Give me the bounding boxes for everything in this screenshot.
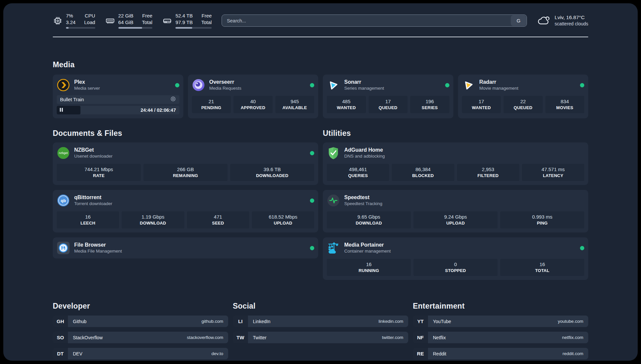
stat-box: 17 WANTED <box>462 96 501 113</box>
disk-widget: 52.4 TB 97.9 TB Free Total <box>162 13 212 29</box>
bookmark-name: DEV <box>73 351 82 356</box>
stat-label: UPLOAD <box>415 221 496 226</box>
app-card-speedtest[interactable]: Speedtest Speedtest Tracking 9.65 Gbps D… <box>323 190 588 232</box>
stat-box: 744.21 Mbps RATE <box>57 164 141 181</box>
bookmark-abbr-badge: SO <box>53 332 68 343</box>
stat-value: 485 <box>328 99 365 104</box>
memory-progress-fill <box>118 27 142 29</box>
stat-label: APPROVED <box>235 105 271 110</box>
app-description: Media Requests <box>209 86 242 91</box>
stats-row: 485 WANTED 17 QUEUED 196 SERIES <box>327 96 449 113</box>
stat-box: 39.6 TB DOWNLOADED <box>230 164 314 181</box>
stat-value: 9.24 Gbps <box>415 214 496 220</box>
bookmark-url: dev.to <box>211 351 223 356</box>
app-card-radarr[interactable]: Radarr Movie management 17 WANTED 22 QUE… <box>458 75 589 118</box>
stats-row: 21 PENDING 40 APPROVED 945 AVAILABLE <box>192 96 315 113</box>
bookmark-name: Reddit <box>433 351 446 356</box>
app-description: Series management <box>344 86 384 91</box>
cpu-load-value: 3.24 <box>66 19 76 26</box>
stat-value: 16 <box>328 261 410 267</box>
bookmark-list: YT YouTube youtube.com NF Netflix netfli… <box>413 316 588 359</box>
filebrowser-icon <box>57 241 70 255</box>
bookmark-link[interactable]: RE Reddit reddit.com <box>413 348 588 359</box>
app-name: Media Portainer <box>344 242 391 248</box>
app-card-plex[interactable]: Plex Media server Bullet Train <box>53 75 183 118</box>
stat-value: 16 <box>58 214 118 220</box>
app-name: AdGuard Home <box>344 147 385 153</box>
bookmark-link[interactable]: DT DEV dev.to <box>53 348 228 359</box>
bookmark-name: Twitter <box>253 335 266 340</box>
bookmark-abbr-badge: YT <box>413 316 428 327</box>
stat-label: QUEUED <box>505 105 541 110</box>
stat-box: 16 TOTAL <box>500 259 584 276</box>
stat-value: 17 <box>463 99 500 104</box>
stat-label: UPLOAD <box>253 221 313 226</box>
bookmark-body: Twitter twitter.com <box>248 332 408 343</box>
cloud-icon <box>537 13 551 28</box>
stat-value: 498,461 <box>328 167 388 172</box>
bookmark-link[interactable]: YT YouTube youtube.com <box>413 316 588 327</box>
stats-row: 16 RUNNING 0 STOPPED 16 TOTAL <box>327 259 584 276</box>
bookmark-url: reddit.com <box>563 351 583 356</box>
bookmark-link[interactable]: GH Github github.com <box>53 316 228 327</box>
disk-icon <box>162 16 172 26</box>
app-card-nzbget[interactable]: nzbget NZBGet Usenet downloader <box>53 142 318 185</box>
video-icon <box>170 96 176 103</box>
stat-label: DOWNLOAD <box>328 221 410 226</box>
app-card-overseerr[interactable]: Overseerr Media Requests 21 PENDING 40 A… <box>188 75 319 118</box>
stat-value: 40 <box>235 99 271 104</box>
stat-label: LEECH <box>58 221 118 226</box>
memory-icon <box>105 16 115 26</box>
overseerr-icon <box>192 78 205 92</box>
bookmark-link[interactable]: LI LinkedIn linkedin.com <box>233 316 408 327</box>
stats-row: 17 WANTED 22 QUEUED 834 MOVIES <box>462 96 585 113</box>
disk-free-value: 52.4 TB <box>175 13 193 19</box>
bookmark-link[interactable]: NF Netflix netflix.com <box>413 332 588 343</box>
app-card-sonarr[interactable]: Sonarr Series management 485 WANTED 17 Q… <box>323 75 453 118</box>
radarr-icon <box>462 78 475 92</box>
cpu-load-label: Load <box>84 19 95 26</box>
stat-label: QUEUED <box>370 105 407 110</box>
app-card-filebrowser[interactable]: File Browser Media File Management <box>53 237 318 258</box>
app-description: Media File Management <box>74 249 122 254</box>
app-name: File Browser <box>74 242 122 248</box>
memory-widget: 22 GiB 64 GiB Free Total <box>105 13 153 29</box>
stat-value: 0.993 ms <box>502 214 583 220</box>
app-card-adguard[interactable]: AdGuard Home DNS and adblocking 498,461 … <box>323 142 588 185</box>
stat-value: 39.6 TB <box>231 167 313 172</box>
svg-text:qb: qb <box>61 198 66 203</box>
playback-progressbar[interactable]: 24:44 / 02:06:47 <box>57 106 179 114</box>
stat-label: WANTED <box>463 105 500 110</box>
cpu-icon <box>53 16 63 26</box>
stats-row: 498,461 QUERIES 86,384 BLOCKED 2,953 <box>327 164 584 181</box>
app-card-portainer[interactable]: Media Portainer Container management 16 … <box>323 237 588 280</box>
pause-icon <box>60 107 63 113</box>
stat-value: 21 <box>193 99 230 104</box>
app-description: Movie management <box>479 86 519 91</box>
disk-progress-fill <box>175 27 192 29</box>
bookmark-body: Netflix netflix.com <box>428 332 588 343</box>
stat-value: 744.21 Mbps <box>58 167 139 172</box>
bookmark-url: youtube.com <box>558 319 583 324</box>
stat-label: PING <box>502 221 583 226</box>
stat-box: 945 AVAILABLE <box>275 96 315 113</box>
search-engine-button[interactable]: G <box>511 15 526 26</box>
app-card-qbittorrent[interactable]: qb qBittorrent Torrent downloader <box>53 190 318 232</box>
status-dot <box>310 198 314 203</box>
app-name: Sonarr <box>344 79 384 85</box>
status-dot <box>580 83 584 87</box>
app-description: DNS and adblocking <box>344 154 385 159</box>
status-dot <box>310 83 314 87</box>
bookmark-group-entertainment: Entertainment YT YouTube youtube.com NF <box>413 302 588 359</box>
disk-total-label: Total <box>201 19 212 26</box>
memory-total-value: 64 GiB <box>118 19 134 26</box>
search-input[interactable] <box>222 15 510 26</box>
stat-label: DOWNLOAD <box>123 221 183 226</box>
bookmark-body: StackOverflow stackoverflow.com <box>68 332 228 343</box>
bookmark-link[interactable]: TW Twitter twitter.com <box>233 332 408 343</box>
stat-value: 0 <box>415 261 496 267</box>
weather-widget: Lviv, 16.87°C scattered clouds <box>537 13 588 28</box>
section-documents: Documents & Files nzbget NZBGet Usenet d… <box>53 129 318 258</box>
bookmark-link[interactable]: SO StackOverflow stackoverflow.com <box>53 332 228 343</box>
system-stats: 7% 3.24 CPU Load <box>53 13 212 29</box>
